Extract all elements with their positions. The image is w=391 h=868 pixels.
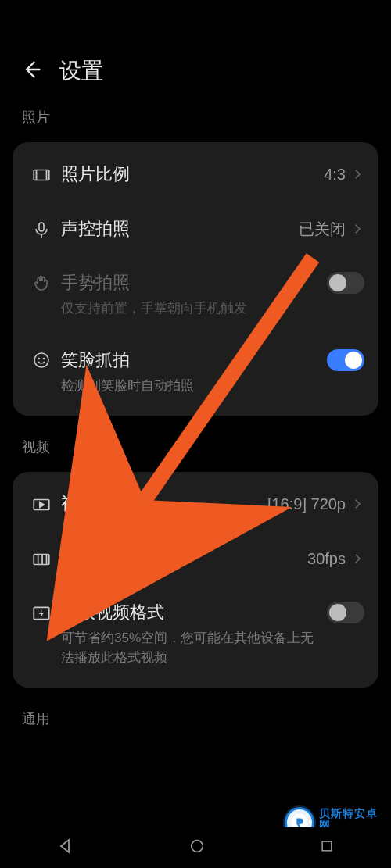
mic-icon [27,219,56,239]
row-video-resolution[interactable]: 视频分辨率 [16:9] 720p [13,477,378,531]
row-title: 声控拍照 [61,218,292,241]
row-title: 视频帧率 [61,548,301,570]
row-subtitle: 检测到笑脸时自动拍照 [61,377,321,396]
row-video-fps[interactable]: 视频帧率 30fps [13,531,378,586]
nav-home-icon[interactable] [188,838,206,858]
row-value: 30fps [307,550,346,568]
row-title: 照片比例 [61,163,317,186]
smile-icon [27,349,56,370]
svg-rect-21 [322,841,332,851]
row-subtitle: 仅支持前置，手掌朝向手机触发 [61,299,321,319]
chevron-right-icon [350,552,364,566]
resolution-icon [27,493,56,515]
page-title: 设置 [59,56,103,86]
svg-point-20 [192,841,203,852]
aspect-icon [27,163,56,185]
efficient-icon [27,602,56,623]
row-voice-capture[interactable]: 声控拍照 已关闭 [13,202,378,256]
svg-point-7 [39,359,40,359]
row-smile-capture[interactable]: 笑脸抓拍 检测到笑脸时自动拍照 [13,334,378,411]
nav-recent-icon[interactable] [319,838,335,857]
system-navbar [0,827,391,868]
svg-marker-19 [61,840,69,852]
header-bar: 设置 [0,39,391,94]
card-video: 视频分辨率 [16:9] 720p 视频帧率 30fps 高效视频格式 可节省约… [13,472,378,688]
hand-icon [27,272,56,292]
toggle-gesture [327,272,364,294]
row-value: 已关闭 [299,219,346,240]
row-title: 笑脸抓拍 [61,349,321,372]
row-value: 4:3 [324,166,346,184]
section-label-video: 视频 [0,423,391,464]
svg-marker-10 [40,502,44,508]
svg-marker-16 [39,610,45,618]
row-photo-aspect[interactable]: 照片比例 4:3 [13,147,378,202]
toggle-efficient[interactable] [327,602,364,623]
card-photo: 照片比例 4:3 声控拍照 已关闭 手势拍照 仅支持前置，手掌朝向手机触发 笑脸… [13,142,378,416]
svg-rect-4 [39,223,44,231]
chevron-right-icon [350,167,364,181]
nav-back-icon[interactable] [56,837,75,859]
svg-point-8 [44,359,45,359]
row-title: 视频分辨率 [61,493,261,516]
row-efficient-format[interactable]: 高效视频格式 可节省约35%空间，您可能在其他设备上无法播放此格式视频 [13,586,378,683]
section-label-general: 通用 [0,695,391,736]
chevron-right-icon [350,497,364,511]
section-label-photo: 照片 [0,94,391,134]
chevron-right-icon [350,222,364,236]
back-icon[interactable] [20,59,42,84]
row-subtitle: 可节省约35%空间，您可能在其他设备上无法播放此格式视频 [61,629,321,667]
row-title: 手势拍照 [61,272,321,295]
row-title: 高效视频格式 [61,602,321,624]
svg-point-6 [34,353,48,367]
row-value: [16:9] 720p [267,495,346,513]
fps-icon [27,548,56,570]
toggle-smile[interactable] [327,349,364,371]
row-gesture-capture: 手势拍照 仅支持前置，手掌朝向手机触发 [13,256,378,334]
